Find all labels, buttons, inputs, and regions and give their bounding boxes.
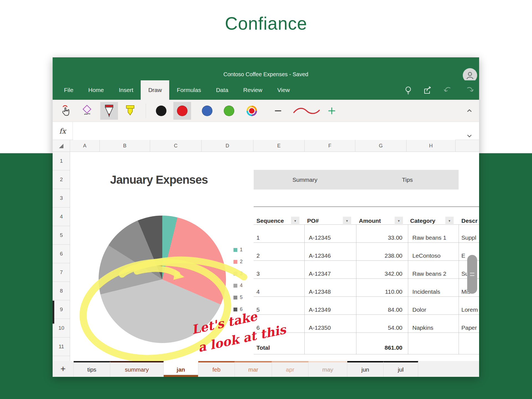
row-header-column: 123456789101112 (53, 152, 70, 361)
pen-color-blue[interactable] (198, 102, 216, 120)
pen-icon (103, 104, 115, 118)
sheet-content[interactable]: January Expenses Summary Tips 123456 Seq… (70, 152, 479, 361)
row-header-8[interactable]: 8 (53, 282, 70, 300)
cell-category[interactable]: Raw beans 2 (412, 269, 446, 278)
row-header-2[interactable]: 2 (53, 170, 70, 189)
cell-category[interactable]: Incidentals (412, 287, 440, 296)
filter-dropdown-button[interactable]: ▼ (291, 217, 299, 225)
pen-color-multicolor[interactable] (243, 102, 261, 120)
filter-dropdown-button[interactable]: ▼ (395, 217, 403, 225)
row-header-4[interactable]: 4 (53, 208, 70, 226)
cell-sequence[interactable]: 2 (256, 251, 260, 260)
cell-po-number[interactable]: A-12350 (309, 323, 331, 332)
row-header-12[interactable]: 12 (53, 356, 70, 361)
cell-po-number[interactable]: A-12349 (309, 305, 331, 314)
row-header-1[interactable]: 1 (53, 152, 70, 170)
sheet-tab-feb[interactable]: feb (198, 361, 235, 377)
formula-bar: fx (53, 122, 479, 140)
column-header-A[interactable]: A (70, 140, 100, 152)
column-header-G[interactable]: G (355, 140, 407, 152)
stroke-thinner-button[interactable] (271, 102, 285, 120)
pen-tool[interactable] (100, 102, 118, 120)
table-gridline (254, 314, 479, 315)
sheet-tab-jan[interactable]: jan (164, 361, 198, 377)
column-header-B[interactable]: B (100, 140, 150, 152)
ribbon-tab-review[interactable]: Review (236, 80, 270, 100)
row-header-11[interactable]: 11 (53, 337, 70, 356)
eraser-tool[interactable] (78, 102, 96, 120)
column-header-F[interactable]: F (305, 140, 355, 152)
tell-me-lightbulb-icon[interactable] (403, 85, 413, 95)
sheet-tab-summary[interactable]: summary (110, 361, 164, 377)
filter-dropdown-button[interactable]: ▼ (445, 217, 454, 225)
cell-sequence[interactable]: 1 (256, 233, 260, 242)
column-header-E[interactable]: E (253, 140, 305, 152)
scrollbar-handle[interactable] (467, 255, 477, 294)
cell-sequence[interactable]: 5 (256, 305, 260, 314)
collapse-ribbon-chevron-up-icon[interactable] (462, 102, 476, 120)
table-gridline (254, 332, 479, 333)
multicolor-color-swatch-icon (246, 106, 257, 116)
cell-amount[interactable]: 238.00 (353, 251, 402, 260)
cell-description[interactable]: E (461, 251, 465, 260)
ribbon-tab-insert[interactable]: Insert (111, 80, 141, 100)
row-header-10[interactable]: 10 (53, 319, 70, 337)
cell-description[interactable]: Suppl (461, 233, 476, 242)
person-icon (465, 71, 475, 80)
share-icon[interactable] (423, 85, 433, 95)
undo-icon[interactable] (443, 85, 453, 95)
cell-po-number[interactable]: A-12347 (309, 269, 331, 278)
sheet-tab-jun[interactable]: jun (347, 361, 384, 377)
ribbon-tab-formulas[interactable]: Formulas (169, 80, 209, 100)
draw-with-touch-tool[interactable] (57, 102, 75, 120)
cell-amount[interactable]: 84.00 (353, 305, 402, 314)
pen-color-green[interactable] (220, 102, 238, 120)
ribbon-tab-draw[interactable]: Draw (141, 80, 169, 100)
eraser-icon (81, 104, 93, 117)
cell-amount[interactable]: 110.00 (353, 287, 402, 296)
add-sheet-button[interactable]: + (53, 361, 74, 377)
ribbon-tab-file[interactable]: File (56, 80, 81, 100)
row-header-6[interactable]: 6 (53, 245, 70, 263)
cell-amount[interactable]: 54.00 (353, 323, 402, 332)
cell-amount[interactable]: 33.00 (353, 233, 402, 242)
cell-sequence[interactable]: 3 (256, 269, 260, 278)
cell-category[interactable]: LeContoso (412, 251, 441, 260)
cell-description[interactable]: Lorem (461, 305, 478, 314)
sheet-tab-tips[interactable]: tips (74, 361, 110, 377)
sheet-tab-bar: +tipssummaryjanfebmaraprmayjunjul (53, 361, 479, 377)
pen-color-red[interactable] (173, 102, 191, 120)
cell-category[interactable]: Napkins (412, 323, 433, 332)
cell-po-number[interactable]: A-12346 (309, 251, 331, 260)
cell-po-number[interactable]: A-12345 (309, 233, 331, 242)
column-header-C[interactable]: C (150, 140, 202, 152)
column-header-H[interactable]: H (407, 140, 456, 152)
cell-category[interactable]: Raw beans 1 (412, 233, 446, 242)
sheet-tab-apr[interactable]: apr (272, 361, 309, 377)
row-header-5[interactable]: 5 (53, 226, 70, 245)
column-header-D[interactable]: D (202, 140, 253, 152)
sheet-tab-jul[interactable]: jul (384, 361, 418, 377)
total-amount: 861.00 (353, 343, 402, 352)
ribbon-tab-view[interactable]: View (270, 80, 297, 100)
sheet-tab-may[interactable]: may (309, 361, 347, 377)
sheet-tab-mar[interactable]: mar (235, 361, 272, 377)
ribbon-tab-home[interactable]: Home (81, 80, 111, 100)
cell-sequence[interactable]: 4 (256, 287, 260, 296)
row-header-3[interactable]: 3 (53, 189, 70, 208)
formula-input[interactable] (73, 122, 455, 140)
cell-category[interactable]: Dolor (412, 305, 426, 314)
select-all-cell[interactable] (53, 140, 70, 152)
filter-dropdown-button[interactable]: ▼ (343, 217, 351, 225)
cell-po-number[interactable]: A-12348 (309, 287, 331, 296)
cell-amount[interactable]: 342.00 (353, 269, 402, 278)
row-header-7[interactable]: 7 (53, 263, 70, 282)
cell-description[interactable]: Paper (461, 323, 477, 332)
pen-color-black[interactable] (152, 102, 170, 120)
highlighter-tool[interactable] (121, 102, 139, 120)
ribbon-tab-data[interactable]: Data (209, 80, 236, 100)
window-titlebar: Contoso Coffee Expenses - Saved (53, 57, 479, 80)
stroke-thicker-button[interactable] (325, 102, 338, 120)
redo-icon[interactable] (465, 85, 475, 95)
row-header-9[interactable]: 9 (53, 300, 70, 319)
